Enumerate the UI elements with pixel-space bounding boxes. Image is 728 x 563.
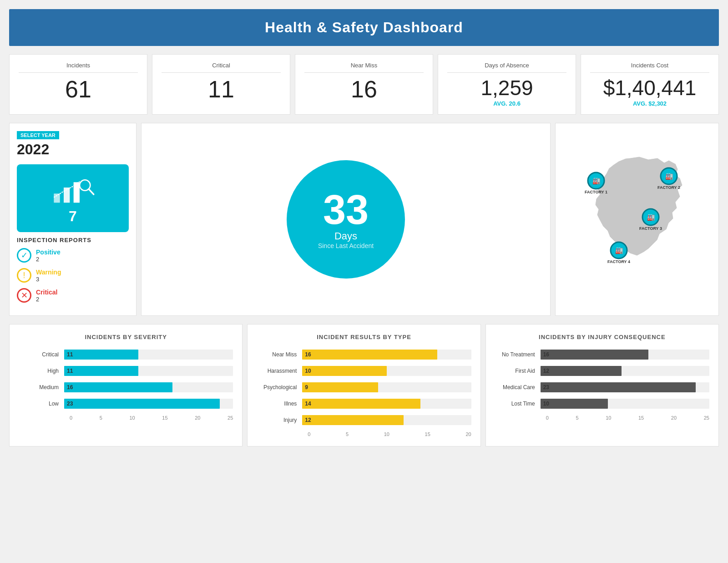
- bar-value: 10: [543, 401, 549, 407]
- bar-label: Medical Care: [495, 384, 541, 391]
- bar-value: 11: [67, 368, 73, 374]
- bar-row: Illnes14: [257, 399, 471, 409]
- right-panel: 🏭 FACTORY 1 🏭 FACTORY 2 🏭 FACTORY 3: [555, 123, 719, 316]
- axis-label: 5: [100, 415, 102, 421]
- bar-value: 16: [543, 351, 549, 358]
- bar-row: Lost Time10: [495, 399, 709, 409]
- svg-rect-0: [54, 193, 60, 203]
- axis-label: 0: [70, 415, 72, 421]
- kpi-critical-label: Critical: [162, 62, 281, 73]
- kpi-critical-value: 11: [162, 77, 281, 101]
- bar-fill: 16: [541, 350, 649, 360]
- year-selector-label: SELECT YEAR: [17, 131, 59, 139]
- bar-row: Harassment10: [257, 366, 471, 376]
- bar-value: 12: [305, 417, 311, 423]
- axis-label: 20: [671, 415, 677, 421]
- warning-icon: !: [17, 268, 31, 283]
- kpi-cost-label: Incidents Cost: [590, 62, 709, 73]
- bar-row: Critical11: [19, 350, 233, 360]
- bar-fill: 10: [302, 366, 387, 376]
- svg-text:FACTORY 4: FACTORY 4: [607, 259, 630, 264]
- bar-row: Near Miss16: [257, 350, 471, 360]
- svg-text:FACTORY 1: FACTORY 1: [585, 190, 607, 194]
- axis-label: 15: [425, 431, 430, 437]
- bar-fill: 12: [541, 366, 622, 376]
- status-list: ✓ Positive 2 ! Warning 3 ✕ Cr: [17, 248, 129, 303]
- germany-map-svg: 🏭 FACTORY 1 🏭 FACTORY 2 🏭 FACTORY 3: [560, 151, 714, 288]
- kpi-cost-sub: AVG. $2,302: [590, 100, 709, 107]
- axis-label: 15: [638, 415, 644, 421]
- axis-row: 0510152025: [546, 415, 709, 421]
- axis-label: 20: [195, 415, 200, 421]
- bar-track: 12: [302, 415, 471, 425]
- bar-label: High: [19, 368, 64, 374]
- chart-consequence-title: INCIDENTS BY INJURY CONSEQUENCE: [495, 334, 709, 340]
- bar-fill: 9: [302, 382, 378, 392]
- bar-value: 14: [305, 401, 311, 407]
- bar-track: 23: [64, 399, 233, 409]
- bar-track: 16: [64, 382, 233, 392]
- bar-track: 23: [541, 382, 709, 392]
- bar-value: 12: [543, 368, 549, 374]
- bar-row: First Aid12: [495, 366, 709, 376]
- status-warning: ! Warning 3: [17, 268, 129, 283]
- bar-fill: 10: [541, 399, 608, 409]
- bar-track: 12: [541, 366, 709, 376]
- bar-row: High11: [19, 366, 233, 376]
- axis-label: 25: [704, 415, 709, 421]
- left-panel: SELECT YEAR 2022 7 INSPECTION REPORTS ✓: [9, 123, 136, 316]
- svg-text:🏭: 🏭: [592, 177, 601, 185]
- days-label: Days: [334, 230, 357, 242]
- bar-label: Lost Time: [495, 401, 541, 407]
- kpi-absence-value: 1,259: [447, 77, 566, 98]
- bar-track: 11: [64, 350, 233, 360]
- kpi-absence: Days of Absence 1,259 AVG. 20.6: [438, 54, 576, 115]
- chart-type-title: INCIDENT RESULTS BY TYPE: [257, 334, 471, 340]
- axis-label: 10: [384, 431, 389, 437]
- bar-row: Medium16: [19, 382, 233, 392]
- kpi-incidents-label: Incidents: [19, 62, 138, 73]
- inspection-number: 7: [69, 208, 77, 225]
- axis-row: 0510152025: [70, 415, 233, 421]
- inspection-label: INSPECTION REPORTS: [17, 237, 129, 243]
- bar-label: Medium: [19, 384, 64, 391]
- bar-row: No Treatment16: [495, 350, 709, 360]
- axis-label: 15: [162, 415, 167, 421]
- axis-label: 0: [546, 415, 549, 421]
- bar-track: 14: [302, 399, 471, 409]
- bar-label: Illnes: [257, 401, 302, 407]
- svg-text:🏭: 🏭: [665, 172, 673, 180]
- svg-text:FACTORY 2: FACTORY 2: [657, 185, 680, 190]
- charts-row: INCIDENTS BY SEVERITY Critical11High11Me…: [9, 324, 719, 446]
- bar-value: 23: [543, 384, 549, 391]
- kpi-cost-value: $1,40,441: [590, 77, 709, 98]
- kpi-absence-label: Days of Absence: [447, 62, 566, 73]
- type-bar-chart: Near Miss16Harassment10Psychological9Ill…: [257, 350, 471, 437]
- warning-text-group: Warning 3: [36, 269, 61, 283]
- inspection-chart-icon: [50, 172, 96, 208]
- bar-value: 9: [305, 384, 308, 391]
- axis-label: 5: [576, 415, 578, 421]
- positive-label: Positive: [36, 249, 61, 256]
- bar-label: Near Miss: [257, 351, 302, 358]
- axis-label: 25: [228, 415, 233, 421]
- bar-fill: 12: [302, 415, 404, 425]
- bar-label: Psychological: [257, 384, 302, 391]
- page-title: Health & Safety Dashboard: [9, 19, 719, 36]
- year-value[interactable]: 2022: [17, 141, 129, 158]
- kpi-critical: Critical 11: [152, 54, 290, 115]
- bar-track: 10: [541, 399, 709, 409]
- bar-row: Psychological9: [257, 382, 471, 392]
- bar-value: 10: [305, 368, 311, 374]
- svg-text:🏭: 🏭: [615, 247, 623, 254]
- svg-text:🏭: 🏭: [647, 213, 655, 221]
- header: Health & Safety Dashboard: [9, 9, 719, 46]
- bar-fill: 11: [64, 366, 138, 376]
- bar-row: Medical Care23: [495, 382, 709, 392]
- kpi-nearmiss-label: Near Miss: [304, 62, 424, 73]
- factory-1-marker: 🏭 FACTORY 1: [585, 172, 607, 194]
- critical-text-group: Critical 2: [36, 289, 57, 303]
- chart-severity: INCIDENTS BY SEVERITY Critical11High11Me…: [9, 324, 243, 446]
- kpi-nearmiss: Near Miss 16: [295, 54, 433, 115]
- axis-label: 0: [308, 431, 310, 437]
